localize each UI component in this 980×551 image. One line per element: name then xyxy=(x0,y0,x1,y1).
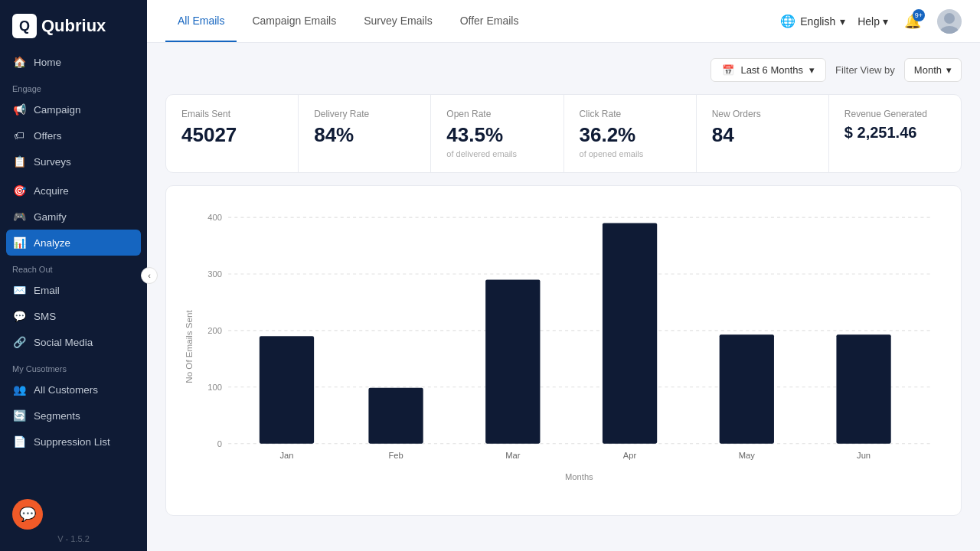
bar-jan xyxy=(260,336,314,443)
sidebar-item-label: Analyze xyxy=(34,237,70,249)
help-label: Help xyxy=(858,15,880,28)
chat-bubble-button[interactable]: 💬 xyxy=(12,499,43,530)
stat-open-rate: Open Rate 43.5% of delivered emails xyxy=(431,95,564,172)
sidebar-item-suppression[interactable]: 📄 Suppression List xyxy=(0,429,147,455)
sidebar-item-analyze[interactable]: 📊 Analyze xyxy=(6,230,141,256)
stat-value: 45027 xyxy=(181,124,283,146)
bar-chart: No Of Emails Sent 400 300 200 100 0 xyxy=(181,201,946,492)
main-content: All Emails Campaign Emails Survey Emails… xyxy=(147,0,980,551)
section-engage: Engage xyxy=(0,75,147,96)
sidebar-item-email[interactable]: ✉️ Email xyxy=(0,277,147,303)
acquire-icon: 🎯 xyxy=(12,184,26,197)
tab-offer-emails[interactable]: Offer Emails xyxy=(448,0,531,42)
globe-icon: 🌐 xyxy=(780,14,795,28)
sidebar-item-all-customers[interactable]: 👥 All Customers xyxy=(0,377,147,403)
date-range-label: Last 6 Months xyxy=(740,64,803,76)
stat-value: 84% xyxy=(314,124,415,146)
svg-text:200: 200 xyxy=(207,326,222,335)
sidebar-item-label: Campaign xyxy=(34,104,81,116)
stat-sub: of opened emails xyxy=(580,149,681,158)
sidebar-item-sms[interactable]: 💬 SMS xyxy=(0,303,147,329)
stat-value: $ 2,251.46 xyxy=(844,124,946,141)
help-button[interactable]: Help ▾ xyxy=(858,15,888,28)
stat-new-orders: New Orders 84 xyxy=(697,95,829,172)
help-chevron-icon: ▾ xyxy=(883,15,888,28)
svg-text:Months: Months xyxy=(565,472,593,481)
svg-text:300: 300 xyxy=(207,269,222,279)
stat-label: Emails Sent xyxy=(181,109,283,119)
filter-chevron-icon: ▾ xyxy=(946,64,952,76)
sidebar-item-segments[interactable]: 🔄 Segments xyxy=(0,403,147,429)
chart-svg: No Of Emails Sent 400 300 200 100 0 xyxy=(181,201,946,492)
nav-tabs: All Emails Campaign Emails Survey Emails… xyxy=(165,0,780,42)
stat-sub: of delivered emails xyxy=(446,149,547,158)
gamify-icon: 🎮 xyxy=(12,210,26,223)
filter-view-label: Filter View by xyxy=(835,64,895,76)
filter-value: Month xyxy=(914,64,942,76)
notification-button[interactable]: 🔔 9+ xyxy=(900,9,925,34)
chart-container: No Of Emails Sent 400 300 200 100 0 xyxy=(165,185,962,516)
svg-text:Feb: Feb xyxy=(388,450,403,459)
stat-value: 36.2% xyxy=(580,124,681,146)
sidebar-item-social[interactable]: 🔗 Social Media xyxy=(0,329,147,355)
sidebar-item-label: Segments xyxy=(34,410,80,422)
top-navigation: All Emails Campaign Emails Survey Emails… xyxy=(147,0,980,43)
stat-click-rate: Click Rate 36.2% of opened emails xyxy=(564,95,697,172)
logo-text: Qubriux xyxy=(41,16,106,36)
logo[interactable]: Q Qubriux xyxy=(0,0,147,49)
stat-value: 84 xyxy=(712,124,813,146)
svg-text:Apr: Apr xyxy=(623,450,637,459)
sidebar: Q Qubriux 🏠 Home Engage 📢 Campaign 🏷 Off… xyxy=(0,0,147,551)
filter-toolbar: 📅 Last 6 Months ▾ Filter View by Month ▾ xyxy=(165,58,962,82)
language-selector[interactable]: 🌐 English ▾ xyxy=(780,14,845,28)
all-customers-icon: 👥 xyxy=(12,383,26,396)
tab-all-emails[interactable]: All Emails xyxy=(165,0,237,42)
sidebar-item-home[interactable]: 🏠 Home xyxy=(0,49,147,75)
sidebar-item-label: Home xyxy=(34,57,61,68)
svg-text:0: 0 xyxy=(217,439,222,448)
user-avatar[interactable] xyxy=(937,9,962,34)
sidebar-item-gamify[interactable]: 🎮 Gamify xyxy=(0,204,147,230)
section-my-customers: My Cusotmers xyxy=(0,355,147,377)
tab-campaign-emails[interactable]: Campaign Emails xyxy=(240,0,348,42)
sidebar-item-campaign[interactable]: 📢 Campaign xyxy=(0,96,147,122)
stat-label: New Orders xyxy=(712,109,813,119)
sidebar-item-label: Offers xyxy=(34,130,62,142)
sidebar-item-label: Acquire xyxy=(34,185,69,197)
stat-label: Delivery Rate xyxy=(314,109,415,119)
stat-emails-sent: Emails Sent 45027 xyxy=(166,95,299,172)
calendar-icon: 📅 xyxy=(722,64,734,76)
lang-chevron-icon: ▾ xyxy=(840,15,845,28)
sidebar-item-offers[interactable]: 🏷 Offers xyxy=(0,122,147,148)
sidebar-item-label: SMS xyxy=(34,311,56,322)
version-label: V - 1.5.2 xyxy=(0,534,147,543)
stats-cards: Emails Sent 45027 Delivery Rate 84% Open… xyxy=(165,94,962,173)
sidebar-item-acquire[interactable]: 🎯 Acquire xyxy=(0,178,147,204)
date-range-button[interactable]: 📅 Last 6 Months ▾ xyxy=(710,58,826,82)
svg-text:100: 100 xyxy=(207,382,222,391)
bar-mar xyxy=(485,279,540,443)
stat-label: Open Rate xyxy=(446,109,547,119)
sidebar-collapse-button[interactable]: ‹ xyxy=(141,267,158,284)
bar-jun xyxy=(836,334,890,443)
sidebar-item-label: Surveys xyxy=(34,156,71,168)
segments-icon: 🔄 xyxy=(12,409,26,422)
svg-text:No Of Emails Sent: No Of Emails Sent xyxy=(185,309,194,383)
page-content: 📅 Last 6 Months ▾ Filter View by Month ▾… xyxy=(147,43,980,551)
stat-revenue: Revenue Generated $ 2,251.46 xyxy=(829,95,961,172)
tab-survey-emails[interactable]: Survey Emails xyxy=(351,0,444,42)
sidebar-item-surveys[interactable]: 📋 Surveys xyxy=(0,148,147,174)
sidebar-item-label: Gamify xyxy=(34,211,67,223)
sidebar-item-label: Suppression List xyxy=(34,436,110,448)
svg-point-1 xyxy=(940,26,959,34)
sidebar-item-label: Email xyxy=(34,285,60,296)
stat-label: Revenue Generated xyxy=(844,109,946,119)
email-icon: ✉️ xyxy=(12,283,26,297)
campaign-icon: 📢 xyxy=(12,103,26,116)
stat-label: Click Rate xyxy=(580,109,681,119)
date-chevron-icon: ▾ xyxy=(809,64,815,76)
filter-view-select[interactable]: Month ▾ xyxy=(904,58,962,82)
analyze-icon: 📊 xyxy=(12,236,26,249)
svg-text:400: 400 xyxy=(207,213,222,222)
suppression-icon: 📄 xyxy=(12,435,26,448)
